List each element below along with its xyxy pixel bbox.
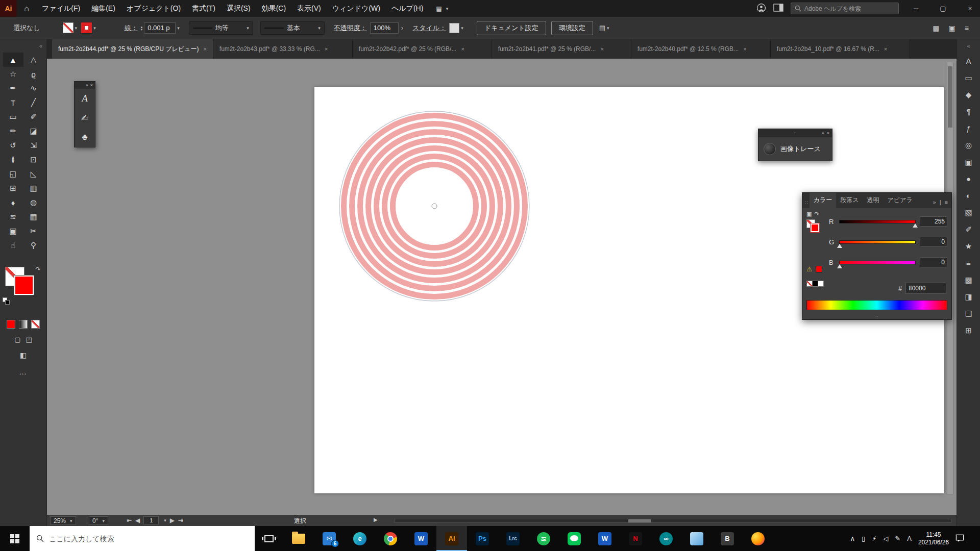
spin-down-icon[interactable]: ▾ (141, 28, 143, 31)
channel-value-input[interactable] (920, 216, 947, 227)
opacity-input[interactable] (370, 22, 399, 34)
color-mode-button[interactable] (7, 320, 15, 329)
volume-icon[interactable]: ◁ (883, 535, 888, 542)
help-search-input[interactable] (804, 5, 895, 12)
stroke-label[interactable]: 線： (125, 23, 138, 33)
panel-tab[interactable]: カラー (810, 193, 837, 208)
dock-expand-icon[interactable]: « (957, 39, 980, 53)
screen-mode-icon[interactable]: ◧ (20, 351, 27, 359)
menubar-item[interactable]: 効果(C) (256, 0, 291, 17)
opacity-options-arrow-icon[interactable]: › (401, 24, 403, 32)
image-trace-panel[interactable]: ∷ » × 画像トレース (758, 129, 832, 161)
taskbar-search-box[interactable] (30, 526, 255, 551)
menubar-item[interactable]: 書式(T) (186, 0, 221, 17)
lightroom-classic-taskbar-button[interactable]: Lrc (498, 526, 528, 551)
rectangle-tool[interactable]: ▭ (3, 110, 23, 124)
paintbrush-tool[interactable]: ✐ (23, 110, 44, 124)
brushes-panel-icon[interactable]: ✐ (960, 221, 978, 238)
status-expand-icon[interactable]: ▶ (374, 517, 378, 522)
panel-layout-icon[interactable] (773, 4, 783, 13)
symbol-sprayer-tool[interactable]: ≋ (3, 210, 23, 224)
transparency-panel-icon[interactable]: ◨ (960, 288, 978, 305)
document-tab[interactable]: fum2t-2o2b44.pdf* @ 25 % (RGB/CPU プレビュー)… (52, 39, 213, 59)
toolbar-collapse-icon[interactable]: « (0, 39, 46, 53)
preferences-button[interactable]: 環境設定 (551, 21, 593, 35)
image-trace-label[interactable]: 画像トレース (780, 144, 821, 154)
menubar-item[interactable]: オブジェクト(O) (121, 0, 186, 17)
tab-close-icon[interactable]: × (203, 46, 206, 52)
arrange-documents-icon[interactable]: ▣ (949, 24, 955, 32)
slice-tool[interactable]: ✂ (23, 224, 44, 238)
rotate-tool[interactable]: ↺ (3, 138, 23, 153)
ime-mode-icon[interactable]: A (907, 535, 912, 542)
script-a-icon[interactable]: A (75, 89, 95, 108)
document-setup-button[interactable]: ドキュメント設定 (477, 21, 546, 35)
gradient-tool[interactable]: ▥ (23, 181, 44, 195)
mini-proxy-icon[interactable]: ▣ (806, 211, 812, 217)
vertical-scrollbar-thumb[interactable] (948, 66, 952, 128)
gradient-panel-icon[interactable]: ▩ (960, 271, 978, 288)
line-segment-tool[interactable]: ╱ (23, 95, 44, 110)
direct-selection-tool[interactable]: △ (23, 53, 44, 67)
curvature-tool[interactable]: ∿ (23, 81, 44, 95)
photoshop-taskbar-button[interactable]: Ps (467, 526, 498, 551)
align-panel-icon[interactable]: ⊞ (960, 322, 978, 339)
hex-value-input[interactable] (905, 283, 946, 294)
panel-tab[interactable]: 段落ス (836, 193, 863, 208)
none-mode-button[interactable] (31, 320, 40, 329)
selection-tool[interactable]: ▲ (3, 53, 23, 67)
hidden-icons-chevron[interactable]: ∧ (850, 535, 855, 542)
fill-red-swatch[interactable] (811, 223, 819, 232)
swatches-panel-icon[interactable]: ▧ (960, 204, 978, 221)
scale-tool[interactable]: ⇲ (23, 138, 44, 153)
out-of-gamut-warning-icon[interactable]: ⚠ (806, 265, 813, 273)
workspace-switcher[interactable]: ▦ ▾ (436, 5, 448, 12)
menubar-item[interactable]: ファイル(F) (36, 0, 86, 17)
rotation-dropdown[interactable]: 0° ▾ (89, 516, 108, 525)
brave-taskbar-button[interactable]: B (712, 526, 743, 551)
shaper-tool[interactable]: ✏ (3, 124, 23, 138)
expand-icon[interactable]: » (86, 83, 88, 88)
slider-handle[interactable] (913, 223, 918, 228)
opentype-panel-icon[interactable]: ƒ (960, 120, 978, 137)
edit-toolbar-ellipsis-icon[interactable]: … (19, 367, 28, 376)
drag-grip-icon[interactable]: ∷ (794, 131, 796, 136)
tab-close-icon[interactable]: × (884, 46, 887, 52)
channel-slider[interactable] (839, 240, 916, 244)
pen-tool[interactable]: ✒ (3, 81, 23, 95)
image-trace-header[interactable]: ∷ » × (758, 129, 832, 137)
appearance-panel-icon[interactable]: ◎ (960, 137, 978, 154)
last-artboard-icon[interactable]: ⇥ (178, 517, 183, 524)
color-guide-panel-icon[interactable]: ◐ (960, 187, 978, 204)
swap-colors-icon[interactable]: ↷ (814, 211, 819, 217)
opacity-label[interactable]: 不透明度： (334, 23, 367, 33)
tab-close-icon[interactable]: × (461, 46, 464, 52)
stroke-width-stepper[interactable]: ▴ ▾ (141, 26, 143, 31)
help-search-box[interactable] (791, 3, 899, 14)
write-hand-icon[interactable]: ✍ (75, 108, 95, 128)
draw-behind-icon[interactable]: ◰ (26, 336, 32, 343)
paragraph-panel-icon[interactable]: ¶ (960, 103, 978, 120)
eraser-tool[interactable]: ◪ (23, 124, 44, 138)
drag-grip-icon[interactable]: ∷ (802, 200, 810, 208)
artboard-tool[interactable]: ▣ (3, 224, 23, 238)
type-tool[interactable]: T (3, 95, 23, 110)
fill-stroke-proxy[interactable]: ↷ (0, 266, 47, 319)
word-taskbar-button[interactable]: W (406, 526, 436, 551)
zoom-level-dropdown[interactable]: 25% ▾ (50, 516, 76, 525)
horizontal-scrollbar-thumb[interactable] (628, 519, 651, 522)
magic-wand-tool[interactable]: ☆ (3, 67, 23, 81)
blend-tool[interactable]: ◍ (23, 195, 44, 210)
graphic-style-dropdown[interactable]: ▾ (449, 23, 463, 33)
task-view-button[interactable] (255, 526, 283, 551)
panel-tab[interactable]: アピアラ (884, 193, 917, 208)
concentric-circles-artwork[interactable] (322, 94, 547, 318)
power-icon[interactable]: ⚡ (872, 535, 876, 542)
panel-menu-icon[interactable]: ≡ (945, 199, 948, 205)
workspace-grid-icon[interactable]: ▦ (933, 24, 939, 32)
more-tabs-icon[interactable]: » (933, 199, 936, 205)
account-icon[interactable] (756, 3, 766, 14)
graph-tool[interactable]: ▦ (23, 210, 44, 224)
stroke-panel-icon[interactable]: ≡ (960, 255, 978, 271)
edge-taskbar-button[interactable]: e (345, 526, 375, 551)
